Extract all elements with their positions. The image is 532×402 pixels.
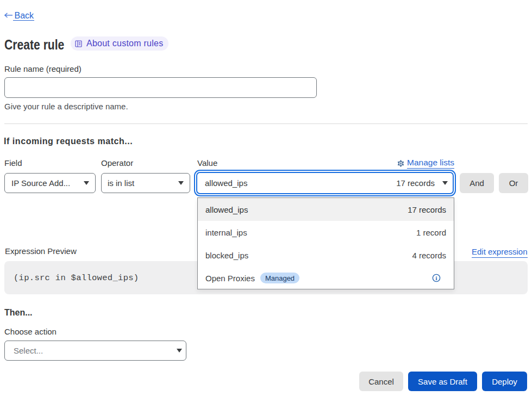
svg-text:i: i: [436, 275, 437, 281]
